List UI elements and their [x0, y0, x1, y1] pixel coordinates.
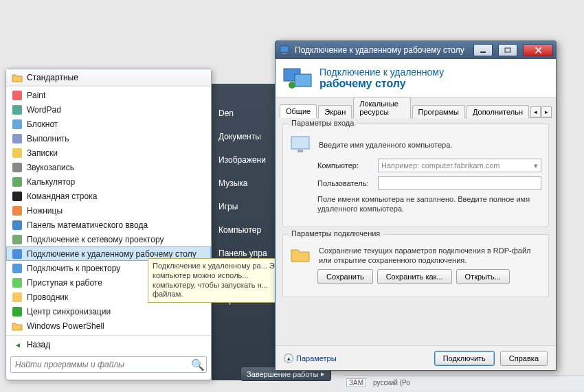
folder-icon [12, 321, 23, 332]
svg-rect-6 [12, 177, 22, 187]
computer-placeholder: Например: computer.fabrikam.com [381, 161, 500, 170]
computer-label: Компьютер: [317, 161, 371, 170]
program-item[interactable]: Windows PowerShell [6, 319, 211, 333]
connection-legend: Параметры подключения [289, 229, 383, 238]
titlebar[interactable]: Подключение к удаленному рабочему столу … [276, 41, 556, 59]
rdp-icon [12, 249, 23, 260]
wordpad-icon [12, 104, 23, 115]
svg-point-22 [289, 82, 295, 89]
program-label: Панель математического ввода [27, 220, 148, 230]
program-label: Калькулятор [27, 177, 75, 187]
status-zam: ЗАМ [346, 378, 366, 387]
close-button[interactable]: ✕ [523, 44, 553, 56]
search-input[interactable] [11, 360, 190, 369]
program-item[interactable]: Калькулятор [6, 174, 211, 189]
program-item[interactable]: Центр синхронизации [6, 304, 211, 319]
program-label: Windows PowerShell [27, 321, 104, 331]
paint-icon [12, 90, 23, 101]
sticky-icon [12, 148, 23, 159]
svg-rect-12 [12, 264, 22, 273]
svg-rect-18 [480, 51, 486, 53]
collapse-arrow-icon: ▴ [284, 354, 293, 363]
options-toggle[interactable]: ▴ Параметры [284, 354, 337, 363]
svg-rect-8 [12, 206, 22, 216]
program-item[interactable]: Paint [6, 88, 211, 102]
computer-combobox[interactable]: Например: computer.fabrikam.com ▾ [378, 159, 541, 172]
dialog-banner: Подключение к удаленному рабочему столу [276, 59, 556, 97]
proj-icon [12, 263, 23, 274]
program-label: Командная строка [27, 192, 97, 201]
notepad-icon [12, 119, 23, 130]
start-menu: Стандартные PaintWordPadБлокнотВыполнить… [5, 69, 212, 380]
back-button[interactable]: Назад [6, 335, 211, 354]
banner-line1: Подключение к удаленному [319, 67, 444, 78]
svg-rect-9 [12, 220, 22, 230]
chevron-down-icon: ▾ [534, 161, 538, 170]
search-box[interactable]: 🔍 [10, 356, 207, 373]
program-item[interactable]: Подключение к сетевому проектору [6, 232, 211, 246]
svg-rect-13 [12, 278, 22, 288]
tooltip: Подключение к удаленному ра... Этот комп… [148, 258, 291, 303]
program-item[interactable]: Панель математического ввода [6, 218, 211, 232]
explorer-icon [12, 292, 23, 303]
tab-scroll-right[interactable]: ▸ [541, 106, 552, 117]
program-item[interactable]: Блокнот [6, 117, 211, 131]
tab-local-resources[interactable]: Локальные ресурсы [353, 97, 410, 118]
tab-display[interactable]: Экран [318, 105, 352, 118]
arrow-left-icon [14, 340, 23, 349]
program-item[interactable]: Выполнить [6, 131, 211, 146]
tab-strip: Общие Экран Локальные ресурсы Программы … [280, 102, 552, 118]
options-label: Параметры [296, 354, 337, 362]
help-button[interactable]: Справка [500, 351, 548, 366]
search-icon: 🔍 [190, 358, 206, 371]
svg-rect-0 [12, 91, 22, 100]
program-item[interactable]: Ножницы [6, 203, 211, 218]
connect-button[interactable]: Подключить [434, 351, 495, 366]
save-button[interactable]: Сохранить [317, 269, 373, 284]
tab-general[interactable]: Общие [280, 104, 317, 118]
svg-rect-16 [280, 46, 289, 52]
back-label: Назад [27, 340, 50, 349]
sync-icon [12, 306, 23, 317]
sound-icon [12, 162, 23, 173]
save-as-button[interactable]: Сохранить как... [377, 269, 452, 284]
program-label: WordPad [27, 105, 61, 115]
calc-icon [12, 176, 23, 187]
monitor-icon [290, 135, 312, 154]
connection-groupbox: Параметры подключения Сохранение текущих… [282, 234, 549, 298]
svg-rect-21 [295, 74, 311, 87]
connection-text: Сохранение текущих параметров подключени… [319, 246, 541, 266]
svg-rect-19 [505, 48, 510, 52]
program-item[interactable]: WordPad [6, 102, 211, 117]
login-groupbox: Параметры входа Введите имя удаленного к… [282, 124, 549, 227]
login-note: Поле имени компьютера не заполнено. Введ… [317, 194, 541, 214]
cmd-icon [12, 191, 23, 202]
program-item[interactable]: Записки [6, 146, 211, 160]
window-title: Подключение к удаленному рабочему столу [295, 45, 468, 55]
folder-icon [12, 72, 23, 83]
user-label: Пользователь: [317, 179, 371, 187]
tab-advanced[interactable]: Дополнительн [467, 105, 529, 118]
maximize-button[interactable] [498, 44, 517, 56]
svg-rect-14 [12, 292, 22, 302]
user-textbox[interactable] [378, 176, 541, 190]
open-button[interactable]: Открыть... [456, 269, 510, 284]
taskbar-fragment: ЗАМ русский (Ро [344, 375, 584, 390]
tab-programs[interactable]: Программы [412, 105, 465, 118]
language-indicator[interactable]: русский (Ро [373, 379, 410, 387]
program-item[interactable]: Звукозапись [6, 160, 211, 174]
program-label: Выполнить [27, 134, 69, 143]
computer-screens-icon [282, 65, 313, 92]
svg-rect-10 [12, 235, 22, 244]
program-label: Записки [27, 148, 58, 158]
tab-scroll-left[interactable]: ◂ [530, 106, 541, 117]
svg-rect-2 [12, 119, 22, 129]
minimize-button[interactable] [473, 44, 493, 56]
start-menu-folder-header[interactable]: Стандартные [6, 69, 211, 87]
program-item[interactable]: Командная строка [6, 189, 211, 203]
program-label: Подключение к удаленному рабочему столу [27, 249, 196, 259]
svg-rect-5 [12, 163, 22, 172]
shutdown-label: Завершение работы [247, 370, 318, 378]
program-label: Приступая к работе [27, 278, 102, 288]
dialog-footer: ▴ Параметры Подключить Справка [276, 345, 556, 370]
